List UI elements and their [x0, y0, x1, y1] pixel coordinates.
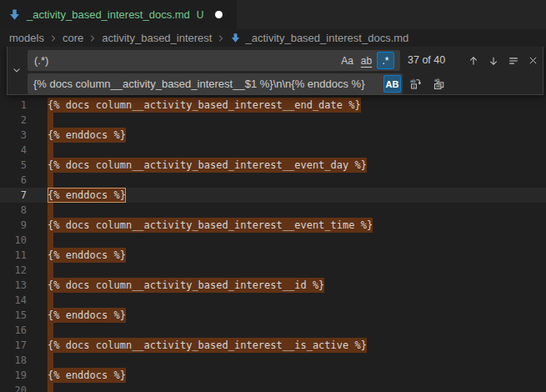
find-match-highlight: {% enddocs %} [48, 368, 126, 383]
editor-line-15[interactable]: 15{% enddocs %} [0, 308, 546, 323]
find-match-highlight: {% docs column__activity_based_interest_… [48, 158, 367, 173]
line-number: 7 [0, 188, 27, 203]
line-number: 9 [0, 218, 27, 233]
line-number: 16 [0, 323, 27, 338]
find-match-highlight-empty [48, 383, 53, 392]
editor-line-16[interactable]: 16 [0, 323, 546, 338]
line-number: 12 [0, 263, 27, 278]
find-match-highlight: {% enddocs %} [48, 188, 126, 203]
find-match-highlight: {% docs column__activity_based_interest_… [48, 338, 367, 353]
code-text: {% docs column__activity_based_interest_… [48, 278, 324, 293]
line-number: 20 [0, 383, 27, 392]
find-match-highlight-empty [48, 323, 53, 338]
find-match-highlight: {% enddocs %} [48, 248, 126, 263]
line-number: 6 [0, 173, 27, 188]
previous-match-button[interactable] [464, 52, 482, 69]
find-in-selection-button[interactable] [504, 52, 522, 69]
editor-line-10[interactable]: 10 [0, 233, 546, 248]
chevron-down-icon [12, 65, 22, 75]
line-number: 14 [0, 293, 27, 308]
editor-line-18[interactable]: 18 [0, 353, 546, 368]
line-number: 15 [0, 308, 27, 323]
breadcrumb-item-activity-based-interest[interactable]: activity_based_interest [102, 32, 212, 44]
tab-activity-based-interest-docs[interactable]: _activity_based_interest_docs.md U [0, 0, 237, 29]
find-actions [464, 52, 542, 69]
selection-lines-icon [508, 55, 519, 67]
breadcrumb-item-models[interactable]: models [9, 32, 44, 44]
line-number: 17 [0, 338, 27, 353]
line-number: 3 [0, 128, 27, 143]
code-text [48, 233, 53, 248]
code-text [48, 353, 53, 368]
code-text: {% enddocs %} [48, 368, 126, 383]
close-icon [528, 55, 538, 66]
editor-line-13[interactable]: 13{% docs column__activity_based_interes… [0, 278, 546, 293]
toggle-replace-button[interactable] [8, 47, 26, 94]
file-down-arrow-icon [230, 33, 241, 43]
editor-line-19[interactable]: 19{% enddocs %} [0, 368, 546, 383]
line-number: 4 [0, 143, 27, 158]
editor-line-20[interactable]: 20 [0, 383, 546, 392]
find-match-highlight-empty [48, 113, 53, 128]
editor-line-9[interactable]: 9{% docs column__activity_based_interest… [0, 218, 546, 233]
editor-line-4[interactable]: 4 [0, 143, 546, 158]
arrow-down-icon [488, 55, 499, 67]
regex-toggle[interactable]: .* [377, 52, 394, 69]
find-match-highlight-empty [48, 263, 53, 278]
breadcrumb-item-file[interactable]: _activity_based_interest_docs.md [230, 32, 408, 44]
editor-line-2[interactable]: 2 [0, 113, 546, 128]
editor-line-8[interactable]: 8 [0, 203, 546, 218]
find-match-highlight: {% enddocs %} [48, 128, 126, 143]
replace-button[interactable]: ab c [407, 75, 424, 93]
vscode-window: _activity_based_interest_docs.md U model… [0, 0, 546, 392]
line-number: 2 [0, 113, 27, 128]
editor-line-12[interactable]: 12 [0, 263, 546, 278]
line-number: 13 [0, 278, 27, 293]
code-text: {% docs column__activity_based_interest_… [48, 98, 361, 113]
chevron-right-icon [48, 33, 59, 44]
editor-line-6[interactable]: 6 [0, 173, 546, 188]
svg-text:c: c [413, 83, 415, 88]
breadcrumb-file-label: _activity_based_interest_docs.md [245, 32, 408, 44]
tab-label: _activity_based_interest_docs.md [27, 8, 190, 21]
replace-input[interactable] [28, 73, 403, 94]
breadcrumb-item-core[interactable]: core [63, 32, 83, 44]
git-status-badge: U [197, 9, 204, 21]
line-number: 5 [0, 158, 27, 173]
replace-all-icon replace-all-button[interactable]: ab ab [430, 75, 448, 93]
find-match-highlight-empty [48, 353, 53, 368]
find-replace-widget: Aa ab .* 37 of 40 AB [7, 47, 543, 95]
code-text [48, 293, 53, 308]
preserve-case-toggle[interactable]: AB [383, 75, 401, 93]
modified-dot-icon[interactable] [215, 11, 223, 18]
code-text [48, 323, 53, 338]
find-match-highlight: {% enddocs %} [48, 308, 126, 323]
next-match-button[interactable] [484, 52, 502, 69]
editor-line-1[interactable]: 1{% docs column__activity_based_interest… [0, 98, 546, 113]
editor-line-14[interactable]: 14 [0, 293, 546, 308]
editor[interactable]: 1{% docs column__activity_based_interest… [0, 47, 546, 392]
find-match-highlight-empty [48, 173, 53, 188]
code-text [48, 143, 53, 158]
code-text [48, 383, 53, 392]
line-number: 18 [0, 353, 27, 368]
editor-line-7[interactable]: 7{% enddocs %} [0, 188, 546, 203]
replace-icon: ab c [409, 78, 422, 90]
match-case-toggle[interactable]: Aa [338, 52, 356, 69]
code-text: {% enddocs %} [48, 308, 126, 323]
svg-text:ab: ab [410, 78, 416, 83]
breadcrumb: models core activity_based_interest _act… [0, 29, 546, 47]
editor-line-3[interactable]: 3{% enddocs %} [0, 128, 546, 143]
find-match-highlight-empty [48, 293, 53, 308]
editor-line-5[interactable]: 5{% docs column__activity_based_interest… [0, 158, 546, 173]
svg-text:ab: ab [436, 83, 441, 88]
editor-line-17[interactable]: 17{% docs column__activity_based_interes… [0, 338, 546, 353]
svg-text:ab: ab [434, 78, 440, 83]
close-find-widget-button[interactable] [524, 52, 542, 69]
find-match-highlight-empty [48, 233, 53, 248]
find-match-highlight-empty [48, 203, 53, 218]
whole-word-toggle[interactable]: ab [358, 52, 375, 69]
arrow-up-icon [468, 55, 479, 67]
editor-line-11[interactable]: 11{% enddocs %} [0, 248, 546, 263]
chevron-right-icon [87, 33, 98, 44]
